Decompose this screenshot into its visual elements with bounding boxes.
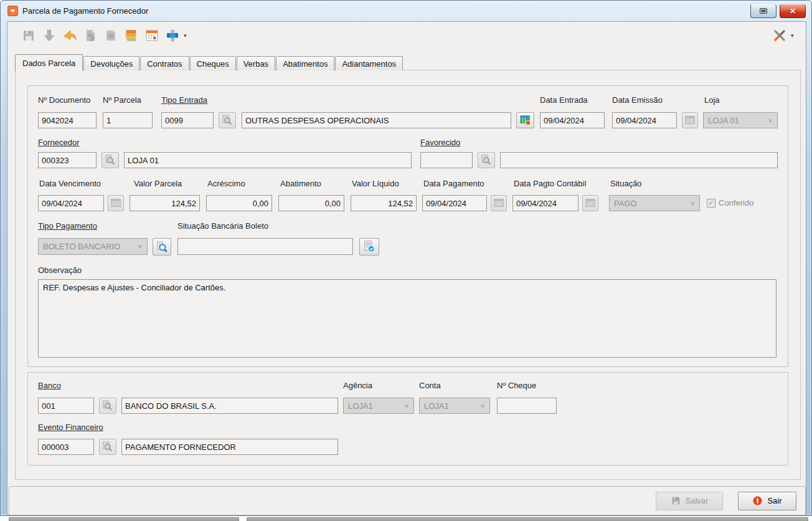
- banco-lookup-button: [99, 398, 116, 414]
- data-pagamento-input[interactable]: [422, 195, 487, 211]
- tab-label: Contratos: [147, 59, 182, 69]
- fornecedor-lookup-button: [102, 152, 119, 168]
- tools-toolbar-button[interactable]: [771, 27, 788, 44]
- table-grid-icon: [519, 113, 532, 127]
- calendar-small-icon: [683, 113, 697, 127]
- background-window-edge: [247, 517, 808, 521]
- tab-devolucoes[interactable]: Devoluções: [83, 56, 139, 70]
- exit-icon: [752, 495, 763, 506]
- data-entrada-input[interactable]: [540, 112, 605, 128]
- tipo-entrada-description-input[interactable]: [242, 112, 511, 128]
- fornecedor-code-input[interactable]: [38, 152, 97, 168]
- favorecido-code-input[interactable]: [420, 152, 473, 168]
- tab-cheques[interactable]: Cheques: [190, 56, 236, 70]
- tipo-pagamento-lookup-button[interactable]: [153, 238, 171, 256]
- situacao-bancaria-boleto-input[interactable]: [177, 238, 353, 255]
- banco-code-input[interactable]: [38, 398, 94, 414]
- data-entrada-label: Data Entrada: [540, 95, 588, 105]
- tab-label: Adiantamentos: [342, 59, 396, 69]
- tipo-pagamento-select: BOLETO BANCARIO ∨: [38, 238, 148, 255]
- window-title: Parcela de Pagamento Fornecedor: [22, 6, 148, 16]
- tools-wrench-icon: [772, 28, 787, 43]
- agencia-value: LOJA1: [348, 401, 373, 411]
- data-pagto-contabil-label: Data Pagto Contábil: [514, 179, 586, 188]
- fornecedor-name-input[interactable]: [124, 152, 412, 168]
- tab-strip: Dados Parcela Devoluções Contratos Chequ…: [15, 54, 404, 70]
- situacao-bancaria-boleto-label: Situação Bancária Boleto: [177, 221, 268, 231]
- entry-grid-button[interactable]: [516, 112, 534, 128]
- data-vencimento-input[interactable]: [38, 195, 104, 211]
- document-icon: [103, 28, 118, 43]
- tab-dados-parcela[interactable]: Dados Parcela: [15, 54, 83, 71]
- data-pagto-contabil-input[interactable]: [512, 195, 578, 211]
- tipo-pagamento-value: BOLETO BANCARIO: [43, 242, 120, 251]
- loja-label: Loja: [704, 95, 720, 105]
- window: Parcela de Pagamento Fornecedor ✕: [0, 0, 812, 516]
- valor-parcela-input[interactable]: [130, 195, 200, 211]
- tab-verbas[interactable]: Verbas: [237, 56, 275, 70]
- tab-abatimentos[interactable]: Abatimentos: [276, 56, 334, 70]
- bottom-button-bar: Salvar Sair: [9, 486, 806, 515]
- calendar-small-icon: [492, 196, 506, 210]
- undo-toolbar-button[interactable]: [61, 27, 78, 44]
- sair-label: Sair: [767, 496, 781, 505]
- data-emissao-calendar-button: [682, 112, 698, 128]
- stack-toolbar-button[interactable]: [123, 27, 139, 44]
- valor-liquido-input[interactable]: [351, 195, 417, 211]
- window-body: ▾ ▾ Dados Parcela Devoluções Contratos C…: [7, 21, 806, 515]
- document-refresh-badge-icon: [362, 240, 376, 254]
- sair-button[interactable]: Sair: [738, 492, 796, 510]
- agencia-select: LOJA1 ∨: [343, 398, 414, 414]
- favorecido-lookup-button: [478, 152, 495, 168]
- tab-label: Cheques: [197, 59, 229, 69]
- calendar-toolbar-button[interactable]: [143, 27, 160, 44]
- num-cheque-input[interactable]: [497, 398, 557, 414]
- acrescimo-label: Acréscimo: [207, 179, 245, 188]
- num-documento-input[interactable]: [38, 112, 97, 128]
- favorecido-label[interactable]: Favorecido: [420, 138, 460, 147]
- observacao-label: Observação: [38, 265, 82, 275]
- magnifier-icon: [103, 153, 117, 167]
- toolbar-dropdown-caret-icon[interactable]: ▾: [184, 32, 187, 39]
- data-pagto-contabil-calendar-button: [582, 195, 598, 211]
- num-parcela-input[interactable]: [103, 112, 153, 128]
- conta-label: Conta: [419, 381, 441, 390]
- acrescimo-input[interactable]: [206, 195, 272, 211]
- pipe-toolbar-button[interactable]: [164, 27, 181, 44]
- situacao-value: PAGO: [614, 199, 637, 208]
- close-button[interactable]: ✕: [780, 4, 806, 18]
- observacao-textarea[interactable]: REF. Despesas e Ajustes - Conciliador de…: [38, 279, 777, 358]
- background-windows: [0, 516, 812, 521]
- data-pagamento-label: Data Pagamento: [423, 179, 484, 188]
- tipo-entrada-label[interactable]: Tipo Entrada: [161, 95, 207, 105]
- data-emissao-input[interactable]: [612, 112, 677, 128]
- toolbar: ▾ ▾: [7, 22, 806, 49]
- tab-adiantamentos[interactable]: Adiantamentos: [335, 56, 403, 70]
- salvar-button: Salvar: [656, 492, 723, 510]
- minimize-button[interactable]: [750, 4, 777, 18]
- favorecido-name-input[interactable]: [500, 152, 778, 168]
- tab-label: Dados Parcela: [22, 59, 75, 68]
- tipo-entrada-code-input[interactable]: [161, 112, 214, 128]
- checkbox-check-icon: ✓: [707, 199, 715, 208]
- evento-financeiro-name-input[interactable]: [121, 439, 338, 455]
- app-icon: [7, 6, 18, 16]
- evento-financeiro-label[interactable]: Evento Financeiro: [38, 423, 103, 432]
- data-vencimento-label: Data Vencimento: [39, 179, 101, 188]
- fornecedor-label[interactable]: Fornecedor: [38, 138, 79, 147]
- boleto-status-button[interactable]: [359, 238, 379, 256]
- conta-select: LOJA1 ∨: [419, 398, 490, 414]
- magnifier-icon: [101, 440, 115, 454]
- banco-name-input[interactable]: [121, 398, 338, 414]
- num-cheque-label: Nº Cheque: [497, 381, 536, 390]
- tab-contratos[interactable]: Contratos: [140, 56, 189, 70]
- conferido-label: Conferido: [719, 198, 753, 208]
- data-vencimento-calendar-button: [108, 195, 124, 211]
- chevron-down-icon: ∨: [768, 117, 773, 123]
- evento-financeiro-code-input[interactable]: [38, 439, 94, 455]
- arrow-down-icon: [42, 28, 57, 43]
- banco-label[interactable]: Banco: [38, 381, 61, 390]
- tools-dropdown-caret-icon[interactable]: ▾: [791, 32, 794, 39]
- tipo-pagamento-label[interactable]: Tipo Pagamento: [38, 221, 97, 231]
- abatimento-input[interactable]: [278, 195, 344, 211]
